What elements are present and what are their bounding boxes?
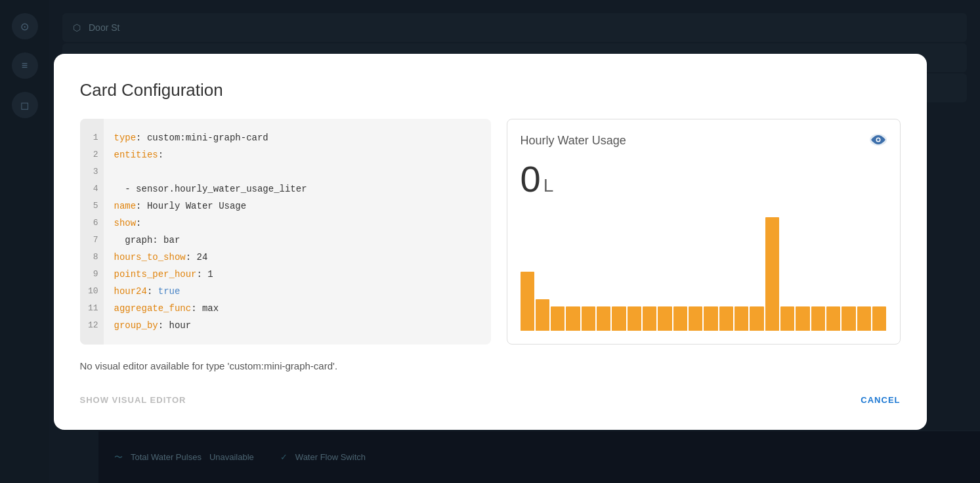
bar bbox=[811, 306, 825, 331]
bar bbox=[643, 306, 656, 331]
preview-unit: L bbox=[543, 175, 554, 196]
bar bbox=[842, 306, 855, 331]
bar bbox=[673, 306, 687, 331]
line-numbers: 1 2 3 4 5 6 7 8 9 10 11 12 bbox=[80, 119, 104, 345]
bar bbox=[750, 306, 763, 331]
modal-title: Card Configuration bbox=[80, 80, 901, 100]
bar bbox=[719, 306, 733, 331]
bar bbox=[826, 306, 840, 331]
bar bbox=[582, 306, 595, 331]
bar-chart bbox=[521, 211, 887, 331]
bar bbox=[735, 306, 748, 331]
bar bbox=[521, 272, 534, 330]
preview-value-display: 0 L bbox=[521, 158, 887, 200]
bar bbox=[566, 306, 580, 331]
bar bbox=[597, 306, 610, 331]
modal-footer: SHOW VISUAL EDITOR CANCEL bbox=[80, 390, 901, 410]
bar bbox=[780, 306, 794, 331]
bar bbox=[872, 306, 886, 331]
preview-card-title: Hourly Water Usage bbox=[521, 134, 626, 148]
bar bbox=[551, 306, 565, 331]
preview-number: 0 bbox=[521, 158, 541, 200]
bar bbox=[704, 306, 717, 331]
modal-overlay: Card Configuration 1 2 3 4 5 6 7 8 9 10 bbox=[0, 0, 980, 483]
bar bbox=[658, 306, 671, 331]
bar bbox=[765, 217, 779, 331]
preview-header: Hourly Water Usage bbox=[521, 133, 887, 150]
card-config-modal: Card Configuration 1 2 3 4 5 6 7 8 9 10 bbox=[54, 54, 927, 430]
cancel-button[interactable]: CANCEL bbox=[861, 390, 900, 410]
no-editor-message: No visual editor available for type 'cus… bbox=[80, 360, 901, 371]
code-content[interactable]: type: custom:mini-graph-card entities: -… bbox=[104, 119, 491, 345]
preview-panel: Hourly Water Usage 0 L bbox=[507, 119, 901, 345]
svg-point-2 bbox=[877, 138, 880, 141]
eye-icon[interactable] bbox=[870, 133, 887, 150]
bar bbox=[628, 306, 641, 331]
show-visual-editor-button[interactable]: SHOW VISUAL EDITOR bbox=[80, 390, 186, 410]
code-editor-panel[interactable]: 1 2 3 4 5 6 7 8 9 10 11 12 type: custom:… bbox=[80, 119, 491, 345]
bar bbox=[857, 306, 871, 331]
bar bbox=[689, 306, 702, 331]
bar bbox=[536, 299, 549, 330]
bar bbox=[612, 306, 626, 331]
bar bbox=[796, 306, 809, 331]
modal-body: 1 2 3 4 5 6 7 8 9 10 11 12 type: custom:… bbox=[80, 119, 901, 345]
